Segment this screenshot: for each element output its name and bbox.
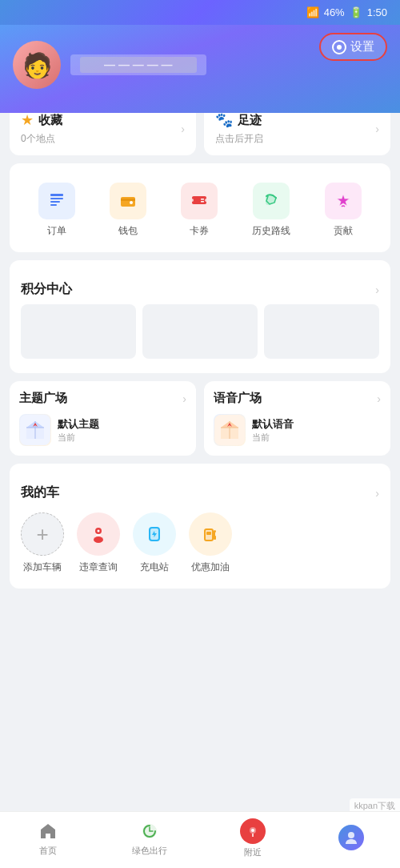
status-bar: 📶 46% 🔋 1:50 bbox=[0, 0, 400, 25]
svg-rect-5 bbox=[121, 199, 135, 201]
settings-icon bbox=[332, 40, 346, 54]
my-car-header: 我的车 › bbox=[21, 475, 379, 508]
svg-rect-4 bbox=[121, 197, 135, 207]
nav-green[interactable]: 绿色出行 bbox=[132, 820, 167, 857]
fuel-icon bbox=[189, 512, 232, 556]
svg-rect-22 bbox=[96, 534, 101, 536]
violation-label: 违章查询 bbox=[79, 561, 118, 574]
collect-chevron: › bbox=[181, 123, 185, 135]
nav-nearby[interactable]: 附近 bbox=[240, 818, 266, 858]
fuel-label: 优惠加油 bbox=[191, 561, 230, 574]
svg-point-21 bbox=[94, 536, 103, 543]
theme-chevron[interactable]: › bbox=[182, 392, 186, 405]
contrib-icon bbox=[325, 183, 362, 219]
violation-icon bbox=[77, 512, 120, 556]
points-header: 积分中心 › bbox=[21, 271, 379, 304]
contrib-label: 贡献 bbox=[334, 224, 353, 238]
points-banner-1[interactable] bbox=[21, 304, 136, 359]
svg-rect-8 bbox=[201, 201, 204, 203]
voice-chevron[interactable]: › bbox=[377, 392, 381, 405]
avatar[interactable]: 🧑 bbox=[13, 41, 61, 89]
add-vehicle-item[interactable]: + 添加车辆 bbox=[21, 512, 64, 574]
theme-card: 主题广场 › 默认主题 当前 bbox=[10, 381, 196, 456]
icons-card: 订单 钱包 卡券 历史路线 bbox=[10, 163, 390, 252]
nav-home-label: 首页 bbox=[39, 845, 57, 857]
battery-text: 46% bbox=[324, 6, 345, 18]
collect-left: ★ 收藏 0个地点 bbox=[21, 111, 62, 146]
theme-name: 默认主题 bbox=[58, 417, 99, 432]
footprint-chevron: › bbox=[375, 123, 379, 135]
wallet-item[interactable]: 钱包 bbox=[110, 183, 146, 238]
coupon-item[interactable]: 卡券 bbox=[181, 183, 218, 238]
history-item[interactable]: 历史路线 bbox=[252, 183, 290, 238]
fuel-item[interactable]: 优惠加油 bbox=[189, 512, 232, 574]
contrib-item[interactable]: 贡献 bbox=[325, 183, 362, 238]
svg-rect-7 bbox=[201, 199, 204, 200]
nav-green-label: 绿色出行 bbox=[132, 845, 167, 857]
voice-sub: 当前 bbox=[252, 432, 294, 444]
nav-home[interactable]: 首页 bbox=[37, 820, 59, 857]
collect-sub: 0个地点 bbox=[21, 132, 62, 146]
my-car-chevron[interactable]: › bbox=[375, 487, 379, 500]
footprint-left: 🐾 足迹 点击后开启 bbox=[215, 111, 263, 146]
theme-voice-row: 主题广场 › 默认主题 当前 bbox=[10, 381, 390, 456]
voice-info: 默认语音 当前 bbox=[252, 417, 294, 444]
svg-point-23 bbox=[98, 530, 100, 532]
footprint-title-row: 🐾 足迹 bbox=[215, 111, 263, 129]
points-banner-3[interactable] bbox=[264, 304, 379, 359]
violation-item[interactable]: 违章查询 bbox=[77, 512, 120, 574]
icons-row: 订单 钱包 卡券 历史路线 bbox=[21, 175, 379, 241]
voice-card: 语音广场 › 默认语音 当前 bbox=[204, 381, 390, 456]
time-text: 1:50 bbox=[367, 6, 387, 18]
coupon-label: 卡券 bbox=[190, 224, 209, 238]
theme-info: 默认主题 当前 bbox=[58, 417, 99, 444]
order-item[interactable]: 订单 bbox=[38, 183, 75, 238]
wallet-label: 钱包 bbox=[118, 224, 138, 238]
svg-point-6 bbox=[130, 201, 133, 204]
points-title: 积分中心 bbox=[21, 281, 72, 298]
voice-name: 默认语音 bbox=[252, 417, 294, 432]
add-vehicle-label: 添加车辆 bbox=[23, 561, 62, 574]
order-label: 订单 bbox=[47, 224, 66, 238]
voice-title: 语音广场 bbox=[214, 391, 262, 406]
settings-button[interactable]: 设置 bbox=[319, 33, 387, 61]
theme-sub: 当前 bbox=[58, 432, 99, 444]
coupon-icon bbox=[181, 183, 218, 219]
points-banner-2[interactable] bbox=[142, 304, 258, 359]
theme-item[interactable]: 默认主题 当前 bbox=[19, 414, 186, 446]
star-icon: ★ bbox=[21, 111, 34, 129]
green-travel-icon bbox=[138, 820, 161, 842]
wallet-icon bbox=[110, 183, 146, 219]
main-content: ★ 收藏 0个地点 › 🐾 足迹 点击后开启 › bbox=[0, 102, 400, 661]
voice-item[interactable]: 默认语音 当前 bbox=[214, 414, 381, 446]
home-icon bbox=[37, 820, 59, 842]
header: 设置 🧑 — — — — — bbox=[0, 25, 400, 113]
collect-title-row: ★ 收藏 bbox=[21, 111, 62, 129]
svg-rect-3 bbox=[50, 204, 57, 206]
footprint-title: 足迹 bbox=[238, 113, 262, 128]
profile-name[interactable]: — — — — — bbox=[70, 54, 206, 75]
nav-nearby-label: 附近 bbox=[244, 846, 262, 858]
points-card: 积分中心 › bbox=[10, 260, 390, 373]
svg-rect-0 bbox=[50, 194, 63, 196]
charge-item[interactable]: 充电站 bbox=[133, 512, 176, 574]
my-car-title: 我的车 bbox=[21, 484, 59, 501]
order-icon bbox=[38, 183, 75, 219]
footprint-icon: 🐾 bbox=[215, 111, 233, 129]
svg-rect-2 bbox=[50, 201, 60, 203]
nav-profile[interactable] bbox=[338, 825, 364, 853]
voice-header: 语音广场 › bbox=[214, 391, 381, 406]
points-banners bbox=[21, 304, 379, 362]
bottom-nav: 首页 绿色出行 附近 bbox=[0, 811, 400, 868]
charge-icon bbox=[133, 512, 176, 556]
battery-icon: 🔋 bbox=[350, 6, 362, 18]
theme-map-icon bbox=[19, 414, 51, 446]
collect-title: 收藏 bbox=[38, 113, 62, 128]
svg-point-33 bbox=[348, 832, 354, 838]
theme-header: 主题广场 › bbox=[19, 391, 186, 406]
add-vehicle-icon: + bbox=[21, 512, 64, 556]
footprint-sub: 点击后开启 bbox=[215, 132, 263, 146]
theme-title: 主题广场 bbox=[19, 391, 67, 406]
points-chevron[interactable]: › bbox=[375, 283, 379, 296]
history-icon bbox=[253, 183, 290, 219]
